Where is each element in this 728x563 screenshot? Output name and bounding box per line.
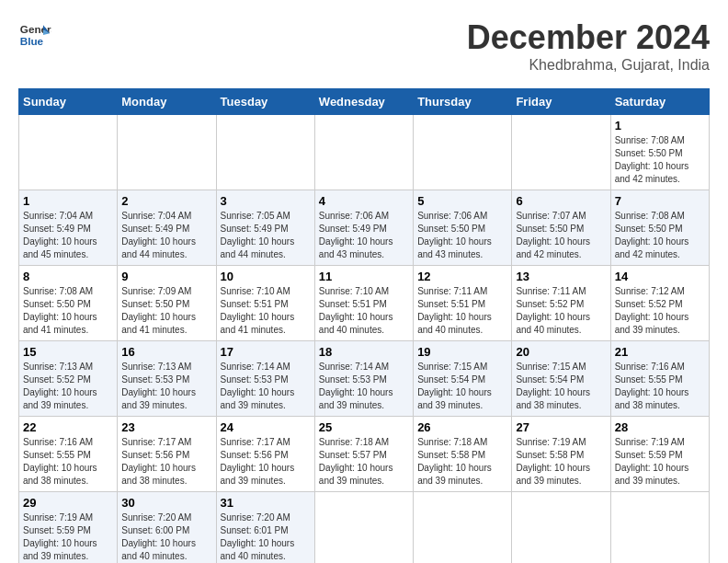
day-number: 10 xyxy=(221,270,311,283)
calendar-cell: 26Sunrise: 7:18 AMSunset: 5:58 PMDayligh… xyxy=(414,417,512,492)
day-number: 4 xyxy=(319,194,409,208)
calendar-cell xyxy=(314,115,413,190)
calendar-cell: 14Sunrise: 7:12 AMSunset: 5:52 PMDayligh… xyxy=(610,266,709,341)
header-thursday: Thursday xyxy=(414,89,512,115)
calendar-header-row: SundayMondayTuesdayWednesdayThursdayFrid… xyxy=(19,89,710,115)
header-wednesday: Wednesday xyxy=(314,89,413,115)
day-info: Sunrise: 7:13 AMSunset: 5:53 PMDaylight:… xyxy=(121,361,211,412)
day-info: Sunrise: 7:16 AMSunset: 5:55 PMDaylight:… xyxy=(615,361,705,412)
calendar-cell: 7Sunrise: 7:08 AMSunset: 5:50 PMDaylight… xyxy=(610,190,709,266)
day-number: 29 xyxy=(23,496,113,510)
calendar-cell: 10Sunrise: 7:10 AMSunset: 5:51 PMDayligh… xyxy=(216,266,314,341)
day-number: 7 xyxy=(615,194,705,208)
calendar-cell: 4Sunrise: 7:06 AMSunset: 5:49 PMDaylight… xyxy=(314,190,413,266)
day-number: 5 xyxy=(417,194,507,208)
month-title: December 2024 xyxy=(467,18,710,57)
calendar-cell: 17Sunrise: 7:14 AMSunset: 5:53 PMDayligh… xyxy=(216,341,314,417)
header-monday: Monday xyxy=(118,89,216,115)
day-number: 1 xyxy=(615,119,705,132)
day-number: 16 xyxy=(121,345,211,359)
day-info: Sunrise: 7:04 AMSunset: 5:49 PMDaylight:… xyxy=(23,210,113,261)
day-info: Sunrise: 7:16 AMSunset: 5:55 PMDaylight:… xyxy=(23,436,113,488)
day-number: 1 xyxy=(23,194,113,208)
day-info: Sunrise: 7:08 AMSunset: 5:50 PMDaylight:… xyxy=(615,134,705,186)
day-number: 22 xyxy=(23,420,113,434)
day-info: Sunrise: 7:17 AMSunset: 5:56 PMDaylight:… xyxy=(221,436,311,488)
calendar-cell: 2Sunrise: 7:04 AMSunset: 5:49 PMDaylight… xyxy=(118,190,216,266)
calendar-cell: 9Sunrise: 7:09 AMSunset: 5:50 PMDaylight… xyxy=(118,266,216,341)
week-row-5: 29Sunrise: 7:19 AMSunset: 5:59 PMDayligh… xyxy=(19,492,710,564)
header-friday: Friday xyxy=(512,89,610,115)
calendar-cell: 20Sunrise: 7:15 AMSunset: 5:54 PMDayligh… xyxy=(512,341,610,417)
calendar-cell: 27Sunrise: 7:19 AMSunset: 5:58 PMDayligh… xyxy=(512,417,610,492)
day-number: 9 xyxy=(121,270,211,283)
day-info: Sunrise: 7:06 AMSunset: 5:49 PMDaylight:… xyxy=(319,210,409,261)
calendar-table: SundayMondayTuesdayWednesdayThursdayFrid… xyxy=(18,88,710,563)
day-info: Sunrise: 7:08 AMSunset: 5:50 PMDaylight:… xyxy=(615,210,705,261)
week-row-3: 15Sunrise: 7:13 AMSunset: 5:52 PMDayligh… xyxy=(19,341,710,417)
day-info: Sunrise: 7:10 AMSunset: 5:51 PMDaylight:… xyxy=(319,285,409,337)
day-info: Sunrise: 7:12 AMSunset: 5:52 PMDaylight:… xyxy=(615,285,705,337)
day-info: Sunrise: 7:15 AMSunset: 5:54 PMDaylight:… xyxy=(417,361,507,412)
page-header: General Blue December 2024 Khedbrahma, G… xyxy=(18,18,710,74)
day-number: 19 xyxy=(417,345,507,359)
calendar-cell: 3Sunrise: 7:05 AMSunset: 5:49 PMDaylight… xyxy=(216,190,314,266)
svg-text:Blue: Blue xyxy=(20,35,44,47)
calendar-cell xyxy=(414,115,512,190)
day-info: Sunrise: 7:07 AMSunset: 5:50 PMDaylight:… xyxy=(516,210,606,261)
calendar-cell xyxy=(414,492,512,564)
header-tuesday: Tuesday xyxy=(216,89,314,115)
day-number: 2 xyxy=(121,194,211,208)
calendar-cell: 29Sunrise: 7:19 AMSunset: 5:59 PMDayligh… xyxy=(19,492,118,564)
calendar-cell: 16Sunrise: 7:13 AMSunset: 5:53 PMDayligh… xyxy=(118,341,216,417)
day-info: Sunrise: 7:13 AMSunset: 5:52 PMDaylight:… xyxy=(23,361,113,412)
calendar-cell: 30Sunrise: 7:20 AMSunset: 6:00 PMDayligh… xyxy=(118,492,216,564)
day-number: 18 xyxy=(319,345,409,359)
calendar-cell: 24Sunrise: 7:17 AMSunset: 5:56 PMDayligh… xyxy=(216,417,314,492)
day-number: 27 xyxy=(516,420,606,434)
day-number: 6 xyxy=(516,194,606,208)
day-number: 8 xyxy=(23,270,113,283)
day-info: Sunrise: 7:19 AMSunset: 5:58 PMDaylight:… xyxy=(516,436,606,488)
day-info: Sunrise: 7:09 AMSunset: 5:50 PMDaylight:… xyxy=(121,285,211,337)
day-number: 20 xyxy=(516,345,606,359)
day-number: 12 xyxy=(417,270,507,283)
day-info: Sunrise: 7:14 AMSunset: 5:53 PMDaylight:… xyxy=(221,361,311,412)
day-number: 17 xyxy=(221,345,311,359)
day-info: Sunrise: 7:10 AMSunset: 5:51 PMDaylight:… xyxy=(221,285,311,337)
day-info: Sunrise: 7:18 AMSunset: 5:57 PMDaylight:… xyxy=(319,436,409,488)
calendar-cell: 28Sunrise: 7:19 AMSunset: 5:59 PMDayligh… xyxy=(610,417,709,492)
day-number: 24 xyxy=(221,420,311,434)
calendar-cell: 11Sunrise: 7:10 AMSunset: 5:51 PMDayligh… xyxy=(314,266,413,341)
calendar-cell: 22Sunrise: 7:16 AMSunset: 5:55 PMDayligh… xyxy=(19,417,118,492)
title-block: December 2024 Khedbrahma, Gujarat, India xyxy=(467,18,710,74)
day-number: 15 xyxy=(23,345,113,359)
calendar-cell: 5Sunrise: 7:06 AMSunset: 5:50 PMDaylight… xyxy=(414,190,512,266)
day-number: 23 xyxy=(121,420,211,434)
day-info: Sunrise: 7:11 AMSunset: 5:52 PMDaylight:… xyxy=(516,285,606,337)
calendar-cell: 31Sunrise: 7:20 AMSunset: 6:01 PMDayligh… xyxy=(216,492,314,564)
day-info: Sunrise: 7:08 AMSunset: 5:50 PMDaylight:… xyxy=(23,285,113,337)
calendar-cell xyxy=(314,492,413,564)
day-number: 21 xyxy=(615,345,705,359)
logo-icon: General Blue xyxy=(18,18,51,52)
calendar-cell xyxy=(512,115,610,190)
calendar-cell: 23Sunrise: 7:17 AMSunset: 5:56 PMDayligh… xyxy=(118,417,216,492)
day-info: Sunrise: 7:14 AMSunset: 5:53 PMDaylight:… xyxy=(319,361,409,412)
day-number: 26 xyxy=(417,420,507,434)
calendar-cell: 21Sunrise: 7:16 AMSunset: 5:55 PMDayligh… xyxy=(610,341,709,417)
calendar-cell: 1Sunrise: 7:04 AMSunset: 5:49 PMDaylight… xyxy=(19,190,118,266)
calendar-cell: 1Sunrise: 7:08 AMSunset: 5:50 PMDaylight… xyxy=(610,115,709,190)
day-number: 14 xyxy=(615,270,705,283)
calendar-cell: 13Sunrise: 7:11 AMSunset: 5:52 PMDayligh… xyxy=(512,266,610,341)
calendar-cell: 25Sunrise: 7:18 AMSunset: 5:57 PMDayligh… xyxy=(314,417,413,492)
calendar-cell: 8Sunrise: 7:08 AMSunset: 5:50 PMDaylight… xyxy=(19,266,118,341)
day-info: Sunrise: 7:15 AMSunset: 5:54 PMDaylight:… xyxy=(516,361,606,412)
calendar-cell xyxy=(19,115,118,190)
header-sunday: Sunday xyxy=(19,89,118,115)
calendar-cell: 6Sunrise: 7:07 AMSunset: 5:50 PMDaylight… xyxy=(512,190,610,266)
calendar-cell xyxy=(216,115,314,190)
calendar-cell xyxy=(118,115,216,190)
week-row-0: 1Sunrise: 7:08 AMSunset: 5:50 PMDaylight… xyxy=(19,115,710,190)
calendar-cell xyxy=(610,492,709,564)
